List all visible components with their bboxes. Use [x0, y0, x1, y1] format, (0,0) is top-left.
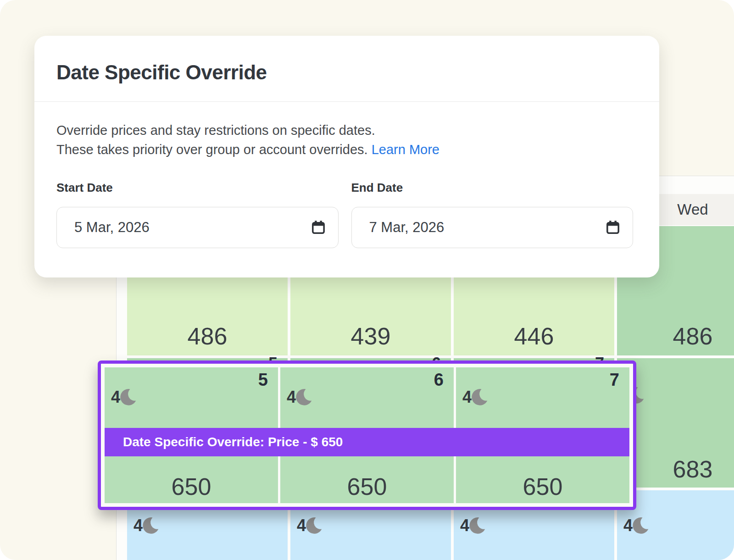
learn-more-link[interactable]: Learn More	[372, 142, 439, 157]
end-date-field-group: End Date 7 Mar, 2026	[351, 181, 634, 248]
date-override-modal: Date Specific Override Override prices a…	[34, 36, 659, 277]
description-line-1: Override prices and stay restrictions on…	[56, 123, 375, 138]
end-date-label: End Date	[351, 181, 634, 195]
cell-price: 486	[617, 322, 734, 350]
moon-icon	[140, 515, 161, 536]
page-background: Wed 486 439 446 486 5	[0, 0, 734, 560]
override-selection-overlay: 5 4 650 6 4 650 7 4	[98, 360, 636, 510]
calendar-icon[interactable]	[311, 220, 326, 235]
moon-icon	[304, 515, 325, 536]
start-date-input[interactable]: 5 Mar, 2026	[56, 207, 339, 248]
override-price: 650	[456, 473, 629, 500]
calendar-icon[interactable]	[605, 220, 621, 235]
moon-icon	[469, 387, 490, 408]
cell-price: 446	[454, 322, 614, 350]
start-date-field-group: Start Date 5 Mar, 2026	[56, 181, 339, 248]
start-date-label: Start Date	[56, 181, 339, 195]
min-stay-badge: 4	[287, 387, 315, 408]
day-number: 7	[610, 371, 619, 388]
moon-icon	[294, 387, 315, 408]
modal-header: Date Specific Override	[34, 36, 659, 102]
description-line-2: These takes priority over group or accou…	[56, 142, 368, 157]
override-price: 650	[105, 473, 278, 500]
min-stay-badge: 4	[623, 515, 651, 536]
cell-price: 486	[127, 322, 288, 350]
modal-title: Date Specific Override	[56, 61, 267, 84]
cell-price: 439	[290, 322, 451, 350]
modal-description: Override prices and stay restrictions on…	[56, 121, 633, 160]
min-stay-badge: 4	[133, 515, 161, 536]
moon-icon	[630, 515, 651, 536]
end-date-value: 7 Mar, 2026	[369, 219, 606, 236]
min-stay-badge: 4	[297, 515, 325, 536]
day-number: 5	[258, 371, 268, 388]
override-banner: Date Specific Override: Price - $ 650	[105, 428, 629, 456]
moon-icon	[467, 515, 488, 536]
moon-icon	[118, 387, 139, 408]
day-number: 6	[434, 371, 444, 388]
start-date-value: 5 Mar, 2026	[74, 219, 311, 236]
min-stay-badge: 4	[460, 515, 488, 536]
min-stay-badge: 4	[111, 387, 139, 408]
end-date-input[interactable]: 7 Mar, 2026	[351, 207, 634, 248]
min-stay-badge: 4	[462, 387, 490, 408]
override-price: 650	[280, 473, 454, 500]
